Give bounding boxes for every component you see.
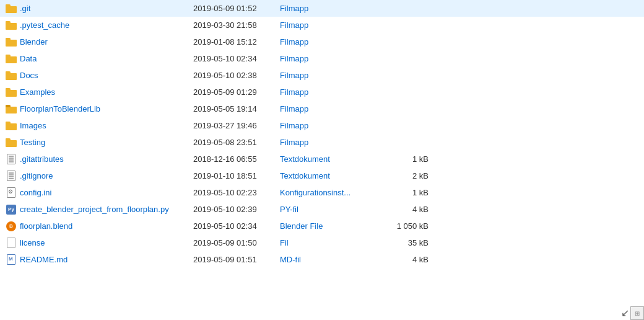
file-date: 2019-05-09 01:51 (193, 255, 280, 264)
file-date: 2019-01-08 15:12 (193, 37, 280, 47)
file-date: 2019-05-09 01:29 (193, 87, 280, 97)
file-name[interactable]: .gitignore (20, 171, 193, 180)
file-name[interactable]: .git (20, 4, 193, 13)
file-date: 2019-05-05 19:14 (193, 104, 280, 113)
text-file-icon (7, 154, 15, 164)
folder-icon (6, 105, 17, 113)
file-type: Filmapp (280, 4, 379, 13)
file-date: 2019-05-10 02:23 (193, 188, 280, 197)
file-type: Fil (280, 238, 379, 247)
file-date: 2019-03-30 21:58 (193, 20, 280, 30)
list-item[interactable]: Docs2019-05-10 02:38Filmapp (0, 67, 644, 84)
file-type: Filmapp (280, 87, 379, 97)
file-date: 2019-05-09 01:50 (193, 238, 280, 247)
file-name[interactable]: config.ini (20, 188, 193, 197)
text-file-icon (7, 171, 15, 181)
file-type: Filmapp (280, 138, 379, 147)
file-date: 2019-05-10 02:39 (193, 205, 280, 214)
file-name[interactable]: Images (20, 121, 193, 130)
list-item[interactable]: .gitattributes2018-12-16 06:55Textdokume… (0, 151, 644, 167)
file-date: 2019-05-10 02:38 (193, 71, 280, 80)
file-size: 1 050 kB (379, 221, 429, 231)
file-name[interactable]: .gitattributes (20, 154, 193, 164)
file-size: 1 kB (379, 154, 429, 164)
folder-icon (6, 71, 17, 80)
folder-icon (6, 38, 17, 47)
file-type: Filmapp (280, 104, 379, 113)
list-item[interactable]: Bfloorplan.blend2019-05-10 02:34Blender … (0, 218, 644, 234)
file-size: 4 kB (379, 255, 429, 264)
file-name[interactable]: Examples (20, 87, 193, 97)
file-name[interactable]: license (20, 238, 193, 247)
file-name[interactable]: Testing (20, 138, 193, 147)
list-item[interactable]: FloorplanToBlenderLib2019-05-05 19:14Fil… (0, 100, 644, 117)
list-item[interactable]: README.md2019-05-09 01:51MD-fil4 kB (0, 251, 644, 268)
file-name[interactable]: Docs (20, 71, 193, 80)
file-size: 1 kB (379, 188, 429, 197)
file-date: 2019-01-10 18:51 (193, 171, 280, 180)
file-type: MD-fil (280, 255, 379, 264)
file-type: Filmapp (280, 121, 379, 130)
list-item[interactable]: Data2019-05-10 02:34Filmapp (0, 50, 644, 67)
file-name[interactable]: .pytest_cache (20, 20, 193, 30)
file-date: 2019-05-10 02:34 (193, 221, 280, 231)
file-list: .git2019-05-09 01:52Filmapp.pytest_cache… (0, 0, 644, 268)
generic-file-icon (7, 238, 15, 248)
file-type: Filmapp (280, 54, 379, 63)
folder-icon (6, 4, 17, 13)
file-type: Konfigurationsinst... (280, 188, 379, 197)
file-date: 2019-05-09 01:52 (193, 4, 280, 13)
file-name[interactable]: README.md (20, 255, 193, 264)
file-type: Filmapp (280, 37, 379, 47)
file-type: Filmapp (280, 71, 379, 80)
file-date: 2019-05-10 02:34 (193, 54, 280, 63)
blender-file-icon: B (6, 221, 16, 231)
config-file-icon (7, 187, 15, 198)
list-item[interactable]: Examples2019-05-09 01:29Filmapp (0, 84, 644, 100)
file-type: Filmapp (280, 20, 379, 30)
file-name[interactable]: Blender (20, 37, 193, 47)
md-file-icon (7, 254, 15, 265)
file-date: 2019-05-08 23:51 (193, 138, 280, 147)
list-item[interactable]: Pycreate_blender_project_from_floorplan.… (0, 201, 644, 218)
file-type: PY-fil (280, 205, 379, 214)
list-item[interactable]: .pytest_cache2019-03-30 21:58Filmapp (0, 17, 644, 33)
file-date: 2019-03-27 19:46 (193, 121, 280, 130)
file-type: Blender File (280, 221, 379, 231)
resize-arrow-icon: ↙ (621, 307, 629, 319)
list-item[interactable]: Blender2019-01-08 15:12Filmapp (0, 33, 644, 50)
python-file-icon: Py (6, 205, 16, 215)
file-size: 4 kB (379, 205, 429, 214)
file-name[interactable]: Data (20, 54, 193, 63)
file-size: 35 kB (379, 238, 429, 247)
list-item[interactable]: license2019-05-09 01:50Fil35 kB (0, 234, 644, 251)
folder-icon (6, 88, 17, 97)
file-date: 2018-12-16 06:55 (193, 154, 280, 164)
file-type: Textdokument (280, 154, 379, 164)
list-item[interactable]: config.ini2019-05-10 02:23Konfigurations… (0, 184, 644, 201)
list-item[interactable]: .gitignore2019-01-10 18:51Textdokument2 … (0, 167, 644, 184)
folder-icon (6, 138, 17, 147)
folder-icon (6, 21, 17, 30)
list-item[interactable]: Images2019-03-27 19:46Filmapp (0, 117, 644, 134)
list-item[interactable]: .git2019-05-09 01:52Filmapp (0, 0, 644, 17)
file-type: Textdokument (280, 171, 379, 180)
file-name[interactable]: floorplan.blend (20, 221, 193, 231)
file-size: 2 kB (379, 171, 429, 180)
list-item[interactable]: Testing2019-05-08 23:51Filmapp (0, 134, 644, 151)
folder-icon (6, 55, 17, 63)
resize-icon[interactable]: ⊞ (630, 306, 644, 320)
file-name[interactable]: FloorplanToBlenderLib (20, 104, 193, 113)
folder-icon (6, 122, 17, 130)
file-name[interactable]: create_blender_project_from_floorplan.py (20, 205, 193, 214)
